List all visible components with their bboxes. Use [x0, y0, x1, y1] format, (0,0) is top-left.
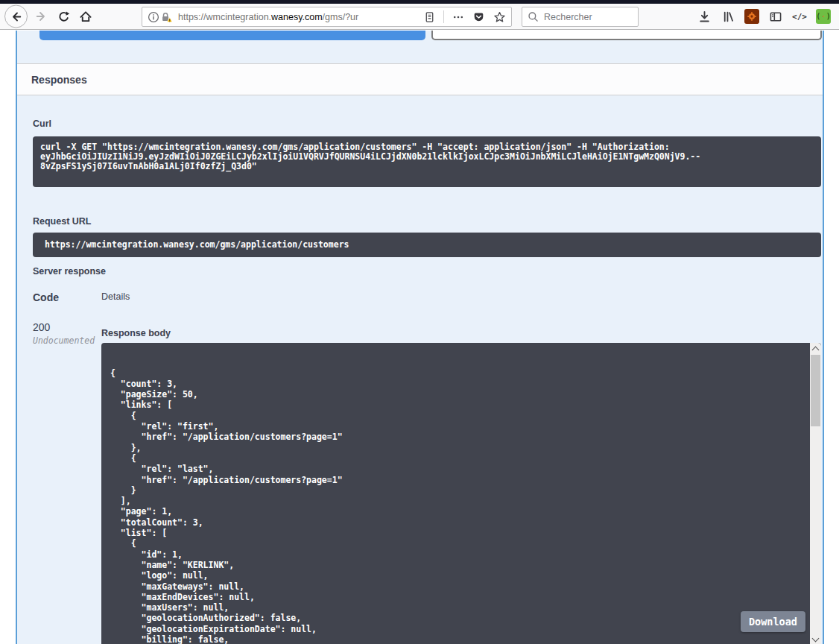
urlbar-divider — [443, 10, 444, 23]
download-arrow-icon — [698, 10, 711, 23]
status-code: 200 — [33, 321, 101, 333]
server-response-label: Server response — [33, 266, 821, 277]
mixed-content-lock-icon[interactable] — [159, 11, 173, 23]
response-body-json: { "count": 3, "pageSize": 50, "links": [… — [101, 364, 821, 644]
forward-arrow-icon — [35, 10, 48, 22]
page-actions-icon[interactable] — [452, 11, 464, 23]
extension-gear-button[interactable] — [742, 7, 762, 26]
response-scrollbar[interactable] — [810, 343, 821, 644]
execute-button-clipped[interactable] — [39, 31, 425, 40]
request-url-value: https://wmcintegration.wanesy.com/gms/ap… — [33, 233, 821, 257]
pocket-icon[interactable] — [472, 11, 485, 23]
library-icon — [722, 10, 735, 23]
response-table-header: Code Details — [33, 291, 821, 303]
response-row: 200 Undocumented Response body { "count"… — [33, 321, 821, 644]
devtools-button[interactable]: </> — [790, 7, 809, 26]
responses-title: Responses — [31, 74, 87, 86]
home-icon — [79, 10, 92, 23]
search-bar[interactable] — [522, 7, 639, 27]
bookmark-star-icon[interactable] — [493, 11, 506, 23]
swagger-opblock: Responses Curl curl -X GET "https://wmci… — [16, 31, 824, 644]
reload-icon — [57, 10, 70, 23]
response-body-block: { "count": 3, "pageSize": 50, "links": [… — [101, 343, 821, 644]
page-content: Responses Curl curl -X GET "https://wmci… — [0, 31, 839, 644]
scrollbar-up-icon[interactable] — [812, 347, 820, 354]
page-info-icon[interactable] — [148, 11, 159, 23]
responses-header: Responses — [17, 63, 823, 95]
back-button[interactable] — [4, 5, 28, 28]
downloads-button[interactable] — [694, 7, 714, 26]
search-icon — [528, 11, 539, 22]
reader-mode-icon[interactable] — [424, 11, 435, 23]
scrollbar-down-icon[interactable] — [812, 635, 820, 643]
browser-toolbar: https://wmcintegration.wanesy.com/gms/?u… — [0, 4, 839, 30]
curl-command: curl -X GET "https://wmcintegration.wane… — [33, 136, 821, 187]
forward-button[interactable] — [31, 7, 51, 26]
brackets-extension-icon: (·) — [816, 9, 831, 24]
request-url-label: Request URL — [33, 216, 821, 227]
response-body-label: Response body — [101, 328, 821, 338]
responses-section: Curl curl -X GET "https://wmcintegration… — [33, 96, 821, 644]
curl-label: Curl — [33, 119, 821, 129]
download-button[interactable]: Download — [741, 611, 805, 632]
url-bar[interactable]: https://wmcintegration.wanesy.com/gms/?u… — [142, 7, 512, 27]
undocumented-note: Undocumented — [33, 335, 101, 346]
details-column-header: Details — [101, 291, 130, 303]
gear-extension-icon — [744, 9, 759, 24]
reload-button[interactable] — [54, 7, 73, 26]
clear-button-clipped[interactable] — [431, 31, 822, 40]
extension-green-button[interactable]: (·) — [814, 7, 833, 26]
devtools-code-icon: </> — [792, 13, 807, 21]
home-button[interactable] — [76, 7, 95, 26]
url-text: https://wmcintegration.wanesy.com/gms/?u… — [178, 12, 424, 22]
search-input[interactable] — [544, 12, 633, 22]
back-arrow-icon — [10, 10, 22, 22]
library-button[interactable] — [718, 7, 738, 26]
sidebar-toggle-button[interactable] — [766, 7, 785, 26]
firefox-window: { "colors": { "accent_blue": "#4990e2", … — [0, 0, 839, 644]
sidebar-icon — [769, 10, 782, 23]
scrollbar-thumb[interactable] — [811, 355, 820, 426]
code-column-header: Code — [33, 291, 101, 303]
